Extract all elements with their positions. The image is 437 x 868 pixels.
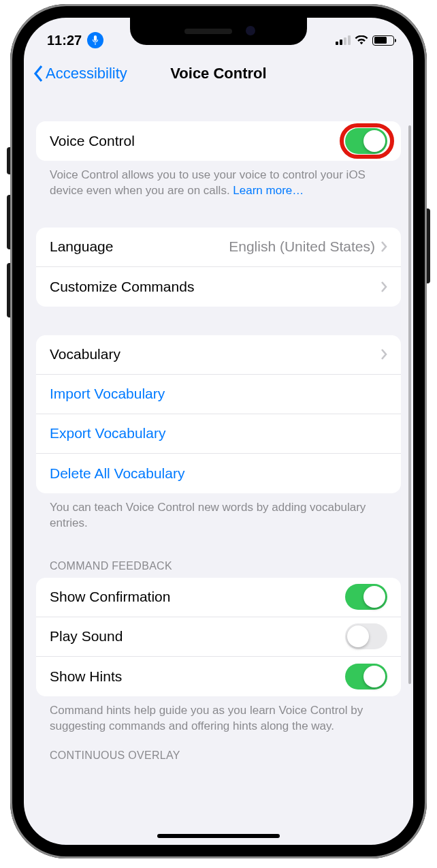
back-label: Accessibility (46, 65, 127, 82)
page-title: Voice Control (170, 65, 266, 82)
language-value: English (United States) (229, 238, 375, 255)
screen: 11:27 Accessibility (24, 18, 413, 845)
customize-commands-row[interactable]: Customize Commands (36, 267, 401, 307)
play-sound-toggle[interactable] (345, 623, 387, 649)
learn-more-link[interactable]: Learn more… (233, 184, 304, 197)
nav-bar: Accessibility Voice Control (24, 55, 413, 93)
back-button[interactable]: Accessibility (33, 65, 127, 82)
export-vocabulary-label: Export Vocabulary (50, 425, 165, 441)
scroll-indicator[interactable] (408, 125, 411, 684)
delete-vocabulary-label: Delete All Vocabulary (50, 465, 184, 482)
customize-commands-label: Customize Commands (50, 279, 194, 295)
voice-control-toggle[interactable] (345, 128, 387, 154)
mic-icon (87, 32, 103, 48)
show-hints-label: Show Hints (50, 668, 122, 685)
chevron-right-icon (381, 281, 387, 292)
show-confirmation-toggle[interactable] (345, 584, 387, 610)
language-row[interactable]: Language English (United States) (36, 228, 401, 267)
cellular-icon (336, 35, 351, 45)
import-vocabulary-row[interactable]: Import Vocabulary (36, 375, 401, 414)
voice-control-row[interactable]: Voice Control (36, 121, 401, 161)
continuous-overlay-header: CONTINUOUS OVERLAY (36, 749, 401, 767)
voice-control-label: Voice Control (50, 133, 135, 149)
vocabulary-row[interactable]: Vocabulary (36, 335, 401, 375)
chevron-right-icon (381, 349, 387, 360)
content-scroll[interactable]: Voice Control Voice Control allows you t… (24, 93, 413, 845)
play-sound-label: Play Sound (50, 628, 123, 645)
wifi-icon (355, 35, 368, 45)
status-time: 11:27 (47, 33, 82, 48)
export-vocabulary-row[interactable]: Export Vocabulary (36, 414, 401, 454)
vocabulary-label: Vocabulary (50, 346, 120, 362)
command-feedback-header: COMMAND FEEDBACK (36, 560, 401, 578)
delete-vocabulary-row[interactable]: Delete All Vocabulary (36, 454, 401, 493)
vocabulary-desc: You can teach Voice Control new words by… (36, 493, 401, 531)
hints-desc: Command hints help guide you as you lear… (36, 696, 401, 734)
voice-control-desc: Voice Control allows you to use your voi… (36, 161, 401, 199)
language-label: Language (50, 238, 113, 255)
chevron-left-icon (33, 65, 44, 82)
show-confirmation-label: Show Confirmation (50, 589, 170, 605)
show-hints-toggle[interactable] (345, 664, 387, 689)
import-vocabulary-label: Import Vocabulary (50, 386, 165, 402)
show-hints-row[interactable]: Show Hints (36, 657, 401, 696)
status-right (336, 35, 394, 46)
chevron-right-icon (381, 241, 387, 252)
home-indicator[interactable] (157, 834, 280, 838)
notch (130, 18, 307, 45)
show-confirmation-row[interactable]: Show Confirmation (36, 578, 401, 617)
device-frame: 11:27 Accessibility (10, 4, 427, 858)
battery-icon (372, 35, 394, 46)
play-sound-row[interactable]: Play Sound (36, 617, 401, 657)
